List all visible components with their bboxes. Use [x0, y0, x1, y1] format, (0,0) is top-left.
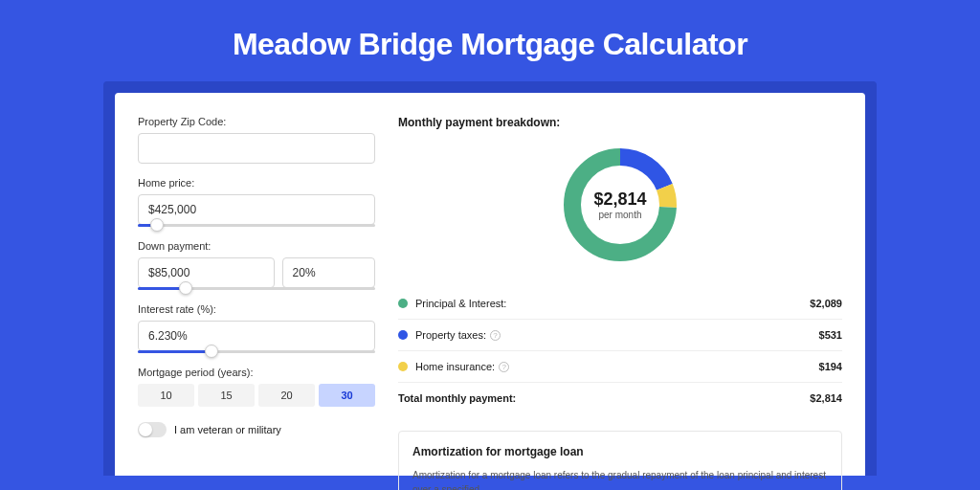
legend-dot [398, 330, 408, 340]
total-row: Total monthly payment: $2,814 [398, 383, 842, 413]
period-field: Mortgage period (years): 10152030 [138, 367, 375, 407]
zip-label: Property Zip Code: [138, 116, 375, 127]
amortization-card: Amortization for mortgage loan Amortizat… [398, 431, 842, 490]
legend-dot [398, 299, 408, 308]
period-btn-10[interactable]: 10 [138, 384, 194, 407]
legend-label: Principal & Interest: [415, 298, 810, 309]
interest-slider-fill [138, 350, 212, 353]
period-btn-30[interactable]: 30 [319, 384, 375, 407]
breakdown-column: Monthly payment breakdown: $2,814 per mo… [398, 116, 842, 476]
donut-sub: per month [598, 210, 641, 220]
zip-field: Property Zip Code: [138, 116, 375, 164]
interest-slider-thumb[interactable] [205, 345, 218, 358]
amortization-body: Amortization for a mortgage loan refers … [412, 468, 828, 490]
page-title: Meadow Bridge Mortgage Calculator [0, 0, 980, 81]
down-payment-slider-thumb[interactable] [179, 281, 192, 295]
legend: Principal & Interest:$2,089Property taxe… [398, 288, 842, 383]
donut-center: $2,814 per month [558, 143, 682, 267]
home-price-slider[interactable] [138, 224, 375, 227]
total-label: Total monthly payment: [398, 392, 810, 404]
home-price-input[interactable] [138, 194, 375, 225]
info-icon[interactable]: ? [490, 330, 501, 341]
info-icon[interactable]: ? [499, 362, 509, 372]
legend-value: $531 [819, 329, 842, 341]
home-price-field: Home price: [138, 177, 375, 227]
legend-dot [398, 362, 408, 371]
down-payment-input[interactable] [138, 257, 275, 288]
interest-input[interactable] [138, 321, 375, 351]
interest-field: Interest rate (%): [138, 303, 375, 353]
legend-row: Property taxes:?$531 [398, 320, 842, 351]
home-price-slider-thumb[interactable] [150, 218, 164, 232]
legend-label: Home insurance:? [415, 361, 819, 372]
legend-row: Home insurance:?$194 [398, 351, 842, 383]
breakdown-title: Monthly payment breakdown: [398, 116, 842, 129]
calculator-panel: Property Zip Code: Home price: Down paym… [115, 93, 865, 476]
period-label: Mortgage period (years): [138, 367, 375, 378]
donut-amount: $2,814 [593, 189, 646, 210]
veteran-label: I am veteran or military [174, 424, 281, 435]
down-payment-pct-input[interactable] [282, 257, 375, 288]
legend-value: $2,089 [810, 298, 842, 309]
home-price-label: Home price: [138, 177, 375, 189]
donut-chart: $2,814 per month [558, 143, 682, 267]
form-column: Property Zip Code: Home price: Down paym… [138, 116, 375, 476]
veteran-row: I am veteran or military [138, 422, 375, 437]
zip-input[interactable] [138, 133, 375, 164]
down-payment-field: Down payment: [138, 240, 375, 290]
period-btn-15[interactable]: 15 [198, 384, 255, 407]
interest-label: Interest rate (%): [138, 303, 375, 315]
down-payment-slider[interactable] [138, 287, 375, 290]
total-value: $2,814 [810, 392, 842, 404]
legend-value: $194 [819, 361, 842, 372]
donut-chart-wrap: $2,814 per month [398, 143, 842, 267]
interest-slider[interactable] [138, 350, 375, 353]
down-payment-label: Down payment: [138, 240, 375, 252]
veteran-toggle[interactable] [138, 422, 167, 437]
browser-frame: Property Zip Code: Home price: Down paym… [103, 81, 877, 476]
amortization-title: Amortization for mortgage loan [412, 445, 828, 458]
period-btn-20[interactable]: 20 [258, 384, 315, 407]
legend-label: Property taxes:? [415, 329, 819, 341]
legend-row: Principal & Interest:$2,089 [398, 288, 842, 320]
veteran-toggle-knob [139, 423, 152, 436]
period-buttons: 10152030 [138, 384, 375, 407]
